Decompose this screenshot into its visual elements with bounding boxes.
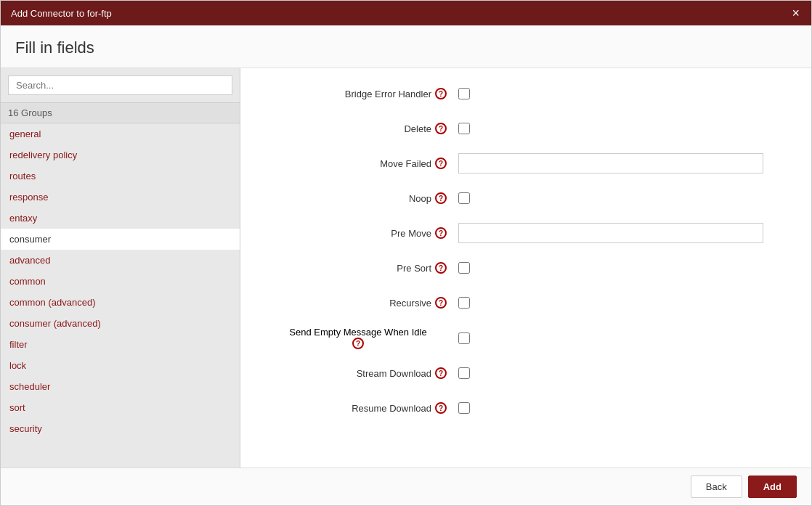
- sidebar-item-common-advanced[interactable]: common (advanced): [1, 292, 240, 313]
- field-label-move-failed: Move Failed?: [269, 158, 458, 169]
- add-button[interactable]: Add: [748, 476, 797, 498]
- checkbox-pre-sort[interactable]: [458, 262, 470, 274]
- field-control-bridge-error-handler: [458, 88, 782, 99]
- field-row-noop: Noop?: [269, 187, 782, 209]
- modal-title: Add Connector to for-ftp: [11, 8, 112, 19]
- field-row-delete: Delete?: [269, 118, 782, 139]
- field-row-bridge-error-handler: Bridge Error Handler?: [269, 83, 782, 105]
- field-row-pre-sort: Pre Sort?: [269, 257, 782, 279]
- field-label-pre-sort: Pre Sort?: [269, 262, 458, 274]
- field-label-pre-move: Pre Move?: [269, 227, 458, 239]
- text-input-move-failed[interactable]: [458, 153, 763, 174]
- sidebar-item-filter[interactable]: filter: [1, 334, 240, 355]
- modal-body: Fill in fields 16 Groups generalredelive…: [1, 25, 811, 468]
- sidebar-item-consumer-advanced[interactable]: consumer (advanced): [1, 313, 240, 334]
- help-icon-pre-move[interactable]: ?: [435, 227, 447, 239]
- checkbox-bridge-error-handler[interactable]: [458, 88, 470, 99]
- help-icon-move-failed[interactable]: ?: [435, 158, 447, 169]
- field-label-stream-download: Stream Download?: [269, 367, 458, 379]
- sidebar-item-scheduler[interactable]: scheduler: [1, 376, 240, 397]
- field-control-delete: [458, 123, 782, 134]
- field-row-send-empty-message: Send Empty Message When Idle?: [269, 327, 782, 349]
- help-icon-pre-sort[interactable]: ?: [435, 262, 447, 274]
- sidebar-item-sort[interactable]: sort: [1, 397, 240, 418]
- field-label-recursive: Recursive?: [269, 297, 458, 309]
- field-control-stream-download: [458, 367, 782, 379]
- help-icon-delete[interactable]: ?: [435, 123, 447, 134]
- checkbox-send-empty-message[interactable]: [458, 332, 470, 344]
- help-icon-noop[interactable]: ?: [435, 192, 447, 204]
- page-title: Fill in fields: [1, 25, 811, 68]
- checkbox-delete[interactable]: [458, 123, 470, 134]
- field-label-text-move-failed: Move Failed: [380, 158, 431, 169]
- groups-list: generalredelivery policyroutesresponseen…: [1, 123, 240, 468]
- field-control-pre-move: [458, 223, 782, 243]
- sidebar-item-common[interactable]: common: [1, 271, 240, 292]
- field-control-resume-download: [458, 402, 782, 414]
- sidebar-item-security[interactable]: security: [1, 418, 240, 439]
- back-button[interactable]: Back: [691, 476, 742, 498]
- checkbox-noop[interactable]: [458, 192, 470, 204]
- sidebar-item-redelivery-policy[interactable]: redelivery policy: [1, 144, 240, 166]
- field-label-text-pre-sort: Pre Sort: [397, 263, 431, 274]
- sidebar-item-routes[interactable]: routes: [1, 166, 240, 187]
- modal-footer: Back Add: [1, 468, 811, 505]
- field-row-pre-move: Pre Move?: [269, 222, 782, 244]
- field-label-text-stream-download: Stream Download: [357, 368, 431, 379]
- sidebar-item-consumer[interactable]: consumer: [1, 229, 240, 250]
- field-row-stream-download: Stream Download?: [269, 362, 782, 384]
- sidebar-item-lock[interactable]: lock: [1, 355, 240, 376]
- field-row-move-failed: Move Failed?: [269, 152, 782, 174]
- field-label-text-recursive: Recursive: [389, 298, 431, 309]
- search-input[interactable]: [8, 76, 232, 95]
- groups-header: 16 Groups: [1, 102, 240, 123]
- modal-header: Add Connector to for-ftp ×: [1, 1, 811, 25]
- sidebar: 16 Groups generalredelivery policyroutes…: [1, 68, 240, 468]
- search-box: [1, 68, 240, 102]
- field-control-send-empty-message: [458, 332, 782, 344]
- help-icon-send-empty-message[interactable]: ?: [352, 338, 364, 349]
- sidebar-item-general[interactable]: general: [1, 123, 240, 144]
- help-icon-stream-download[interactable]: ?: [435, 367, 447, 379]
- content-area: 16 Groups generalredelivery policyroutes…: [1, 68, 811, 468]
- help-icon-recursive[interactable]: ?: [435, 297, 447, 309]
- modal-overlay: Add Connector to for-ftp × Fill in field…: [0, 0, 812, 506]
- field-label-text-bridge-error-handler: Bridge Error Handler: [345, 89, 431, 99]
- field-row-recursive: Recursive?: [269, 292, 782, 314]
- field-label-text-delete: Delete: [404, 123, 431, 134]
- sidebar-item-advanced[interactable]: advanced: [1, 250, 240, 271]
- modal: Add Connector to for-ftp × Fill in field…: [0, 0, 812, 506]
- text-input-pre-move[interactable]: [458, 223, 763, 243]
- field-label-text-resume-download: Resume Download: [352, 403, 431, 414]
- sidebar-item-response[interactable]: response: [1, 187, 240, 208]
- field-control-noop: [458, 192, 782, 204]
- field-label-resume-download: Resume Download?: [269, 402, 458, 414]
- sidebar-item-entaxy[interactable]: entaxy: [1, 208, 240, 229]
- field-label-noop: Noop?: [269, 192, 458, 204]
- help-icon-resume-download[interactable]: ?: [435, 402, 447, 414]
- checkbox-recursive[interactable]: [458, 297, 470, 309]
- field-control-move-failed: [458, 153, 782, 174]
- field-label-text-pre-move: Pre Move: [391, 228, 431, 239]
- field-row-resume-download: Resume Download?: [269, 397, 782, 419]
- field-label-send-empty-message: Send Empty Message When Idle?: [269, 327, 458, 349]
- field-label-bridge-error-handler: Bridge Error Handler?: [269, 88, 458, 99]
- checkbox-resume-download[interactable]: [458, 402, 470, 414]
- field-label-text-send-empty-message: Send Empty Message When Idle: [289, 327, 426, 338]
- help-icon-bridge-error-handler[interactable]: ?: [435, 88, 447, 99]
- checkbox-stream-download[interactable]: [458, 367, 470, 379]
- field-label-text-noop: Noop: [409, 193, 431, 204]
- field-control-recursive: [458, 297, 782, 309]
- field-label-delete: Delete?: [269, 123, 458, 134]
- field-control-pre-sort: [458, 262, 782, 274]
- close-button[interactable]: ×: [790, 7, 801, 20]
- main-content: Bridge Error Handler?Delete?Move Failed?…: [240, 68, 811, 468]
